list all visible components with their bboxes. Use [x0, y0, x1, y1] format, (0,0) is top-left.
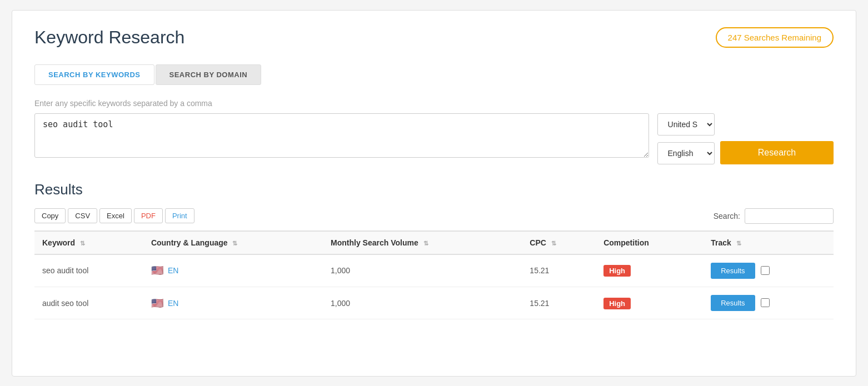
- search-row: seo audit tool United States (US) United…: [34, 113, 834, 164]
- flag-icon-1: 🇺🇸: [151, 297, 163, 309]
- col-keyword[interactable]: Keyword ⇅: [34, 231, 143, 254]
- cell-keyword-0: seo audit tool: [34, 254, 143, 287]
- dropdowns-and-button: United States (US) United Kingdom (UK) C…: [657, 113, 834, 164]
- results-title: Results: [34, 181, 834, 198]
- excel-button[interactable]: Excel: [99, 208, 132, 223]
- tabs-container: SEARCH BY KEYWORDS SEARCH BY DOMAIN: [34, 64, 834, 85]
- table-search-bar: Search:: [714, 208, 834, 224]
- monthly-search-volume-sort-icon: ⇅: [423, 240, 428, 247]
- cell-country-language-1: 🇺🇸 EN: [143, 287, 323, 319]
- keyword-input[interactable]: seo audit tool: [34, 113, 649, 158]
- col-monthly-search-volume[interactable]: Monthly Search Volume ⇅: [323, 231, 522, 254]
- tab-search-by-keywords[interactable]: SEARCH BY KEYWORDS: [34, 64, 154, 85]
- table-toolbar: Copy CSV Excel PDF Print Search:: [34, 208, 834, 224]
- right-controls: United States (US) United Kingdom (UK) C…: [657, 113, 834, 164]
- competition-badge-0: High: [603, 265, 631, 277]
- cell-competition-0: High: [596, 254, 703, 287]
- col-cpc[interactable]: CPC ⇅: [522, 231, 596, 254]
- track-checkbox-0[interactable]: [761, 266, 770, 275]
- csv-button[interactable]: CSV: [68, 208, 97, 223]
- col-track[interactable]: Track ⇅: [703, 231, 834, 254]
- cell-cpc-0: 15.21: [522, 254, 596, 287]
- table-search-input[interactable]: [745, 208, 834, 224]
- search-label: Search:: [714, 212, 740, 220]
- main-container: Keyword Research 247 Searches Remaining …: [12, 10, 856, 377]
- track-checkbox-1[interactable]: [761, 298, 770, 307]
- lang-code-0: EN: [168, 266, 178, 275]
- results-button-1[interactable]: Results: [711, 295, 755, 311]
- table-header-row: Keyword ⇅ Country & Language ⇅ Monthly S…: [34, 231, 834, 254]
- pdf-button[interactable]: PDF: [134, 208, 163, 223]
- language-select[interactable]: English Spanish French German: [657, 142, 715, 164]
- header: Keyword Research 247 Searches Remaining: [34, 27, 834, 48]
- table-row: audit seo tool 🇺🇸 EN 1,000 15.21 High Re…: [34, 287, 834, 319]
- country-select[interactable]: United States (US) United Kingdom (UK) C…: [657, 113, 715, 136]
- lang-code-1: EN: [168, 299, 178, 308]
- country-language-sort-icon: ⇅: [232, 240, 237, 247]
- research-button[interactable]: Research: [720, 141, 834, 164]
- tab-search-by-domain[interactable]: SEARCH BY DOMAIN: [156, 64, 262, 85]
- track-sort-icon: ⇅: [736, 240, 741, 247]
- cell-country-language-0: 🇺🇸 EN: [143, 254, 323, 287]
- export-buttons: Copy CSV Excel PDF Print: [34, 208, 194, 223]
- cell-track-1: Results: [703, 287, 834, 319]
- copy-button[interactable]: Copy: [34, 208, 66, 223]
- col-country-language[interactable]: Country & Language ⇅: [143, 231, 323, 254]
- helper-text: Enter any specific keywords separated by…: [34, 99, 834, 108]
- dropdowns: United States (US) United Kingdom (UK) C…: [657, 113, 715, 164]
- competition-badge-1: High: [603, 298, 631, 309]
- cell-volume-1: 1,000: [323, 287, 522, 319]
- keyword-sort-icon: ⇅: [80, 240, 85, 247]
- cell-competition-1: High: [596, 287, 703, 319]
- page-title: Keyword Research: [34, 27, 184, 48]
- table-row: seo audit tool 🇺🇸 EN 1,000 15.21 High Re…: [34, 254, 834, 287]
- searches-remaining-badge: 247 Searches Remaining: [716, 27, 834, 48]
- results-button-0[interactable]: Results: [711, 263, 755, 279]
- results-table: Keyword ⇅ Country & Language ⇅ Monthly S…: [34, 230, 834, 320]
- results-section: Results Copy CSV Excel PDF Print Search:…: [34, 181, 834, 320]
- print-button[interactable]: Print: [165, 208, 194, 223]
- cell-volume-0: 1,000: [323, 254, 522, 287]
- cell-track-0: Results: [703, 255, 834, 287]
- cpc-sort-icon: ⇅: [551, 240, 556, 247]
- flag-icon-0: 🇺🇸: [151, 264, 163, 277]
- cell-keyword-1: audit seo tool: [34, 287, 143, 319]
- cell-cpc-1: 15.21: [522, 287, 596, 319]
- col-competition: Competition: [596, 231, 703, 254]
